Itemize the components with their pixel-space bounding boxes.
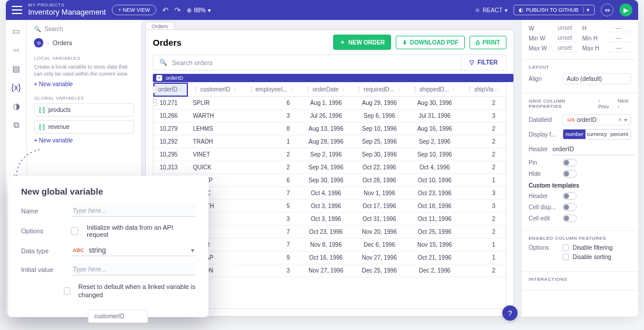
minh-value[interactable]: — bbox=[606, 35, 632, 42]
minw-value[interactable]: unset bbox=[552, 35, 578, 42]
pages-icon[interactable]: ▭ bbox=[11, 26, 22, 36]
variables-icon[interactable]: {x} bbox=[11, 82, 22, 93]
table-row[interactable]: 10,266WARTH3Jul 26, 1996Sep 6, 1996Jul 3… bbox=[153, 110, 506, 123]
chevron-down-icon: ▾ bbox=[191, 246, 194, 254]
add-col-button[interactable]: + bbox=[153, 86, 156, 93]
share-button[interactable]: ⇔ bbox=[601, 4, 614, 16]
framework-selector[interactable]: ⚛ REACT ▾ bbox=[475, 7, 508, 13]
maxw-value[interactable]: unset bbox=[552, 45, 578, 52]
add-row-button[interactable]: + bbox=[153, 99, 157, 106]
footer-variable-chip[interactable]: customerID bbox=[88, 309, 148, 323]
w-value[interactable]: unset bbox=[552, 25, 578, 32]
prev-col-button[interactable]: ‹ Prev bbox=[598, 98, 612, 110]
chevron-right-icon: › bbox=[47, 39, 49, 46]
new-order-label: NEW ORDER bbox=[348, 39, 385, 46]
themes-icon[interactable]: ◑ bbox=[11, 101, 22, 111]
initial-input[interactable] bbox=[71, 263, 196, 275]
name-input[interactable] bbox=[71, 205, 196, 217]
maxh-value[interactable]: — bbox=[606, 45, 632, 52]
align-label: Align bbox=[529, 76, 559, 82]
seg-number[interactable]: number bbox=[563, 130, 585, 139]
h-label: H bbox=[583, 25, 601, 32]
global-var-chip[interactable]: [·]revenue bbox=[34, 120, 134, 134]
datafield-label: Datafield bbox=[529, 117, 559, 123]
data-icon[interactable]: ▤ bbox=[11, 63, 22, 74]
reset-checkbox[interactable] bbox=[64, 287, 70, 295]
celldisp-toggle[interactable] bbox=[563, 203, 577, 211]
clear-icon[interactable]: × bbox=[618, 117, 622, 123]
pin-toggle[interactable] bbox=[563, 159, 577, 166]
selection-tag[interactable]: +orderID bbox=[153, 74, 513, 82]
new-global-variable-link[interactable]: + New variable bbox=[34, 137, 73, 144]
breadcrumb-label: Orders bbox=[53, 39, 73, 46]
celledit-label: Cell edit bbox=[529, 215, 559, 222]
components-icon[interactable]: ▫▫ bbox=[11, 45, 22, 55]
page-title: Orders bbox=[153, 38, 328, 47]
zoom-control[interactable]: ⊕ 88% ▾ bbox=[187, 7, 211, 13]
table-row[interactable]: 10,279LEHMS8Aug 13, 1996Sep 10, 1996Aug … bbox=[153, 123, 506, 135]
global-var-chip[interactable]: [·]products bbox=[34, 103, 134, 117]
redo-icon[interactable]: ↷ bbox=[174, 6, 181, 15]
display-format-segmented[interactable]: numbercurrencypercent bbox=[563, 129, 631, 140]
play-button[interactable]: ▶ bbox=[619, 4, 632, 16]
filter-label: FILTER bbox=[478, 59, 498, 66]
publish-github-button[interactable]: ◐ PUBLISH TO GITHUB ▾ bbox=[513, 5, 595, 15]
datafield-input[interactable]: 123orderID×▾ bbox=[563, 114, 631, 125]
new-view-button[interactable]: + NEW VIEW bbox=[112, 5, 156, 15]
disable-sorting-checkbox[interactable] bbox=[563, 254, 569, 260]
disable-filtering-label: Disable filtering bbox=[573, 244, 612, 251]
header-input[interactable] bbox=[551, 143, 635, 155]
filter-button[interactable]: ▽ FILTER bbox=[461, 55, 506, 70]
table-row[interactable]: 10,292TRADH1Aug 28, 1996Sep 25, 1996Sep … bbox=[153, 135, 506, 148]
interactions-title: INTERACTIONS bbox=[529, 277, 631, 282]
hamburger-menu-icon[interactable] bbox=[12, 6, 22, 14]
download-icon: ⬇ bbox=[402, 39, 407, 46]
react-icon: ⚛ bbox=[475, 7, 480, 13]
seg-percent[interactable]: percent bbox=[608, 130, 631, 139]
table-row[interactable]: 10,271SPLIR6Aug 1, 1996Aug 29, 1996Aug 3… bbox=[153, 97, 506, 110]
col-customerID[interactable]: ⋮ customerID ↑ bbox=[188, 83, 243, 97]
celledit-toggle[interactable] bbox=[563, 215, 577, 222]
initial-label: Initial value bbox=[21, 266, 63, 273]
api-init-checkbox[interactable] bbox=[71, 227, 78, 235]
table-row[interactable]: 10,295VINET2Sep 2, 1996Sep 30, 1996Sep 1… bbox=[153, 148, 506, 161]
new-order-button[interactable]: ＋NEW ORDER bbox=[333, 35, 391, 50]
seg-currency[interactable]: currency bbox=[585, 130, 608, 139]
datatype-select[interactable]: ABCstring▾ bbox=[71, 245, 196, 256]
grid-col-props-title: GRID COLUMN PROPERTIES bbox=[529, 98, 598, 109]
project-eyebrow: MY PROJECTS bbox=[28, 3, 106, 8]
col-orderID[interactable]: +orderID↑ bbox=[153, 83, 188, 97]
breadcrumb[interactable]: ◎ › Orders bbox=[34, 38, 134, 47]
col-shipVia[interactable]: ⋮ shipVia ↑ bbox=[462, 83, 506, 97]
pin-label: Pin bbox=[529, 159, 559, 166]
header-tmpl-toggle[interactable] bbox=[563, 192, 577, 200]
col-orderDate[interactable]: ⋮ orderDate ↑ bbox=[300, 83, 351, 97]
chevron-down-icon[interactable]: ▾ bbox=[624, 117, 627, 123]
disable-filtering-checkbox[interactable] bbox=[563, 244, 569, 251]
header-tmpl-label: Header bbox=[529, 193, 559, 199]
plus-icon: ＋ bbox=[340, 38, 345, 46]
align-select[interactable]: Auto (default) bbox=[563, 73, 631, 84]
framework-label: REACT bbox=[482, 7, 502, 13]
new-local-variable-link[interactable]: + New variable bbox=[34, 81, 73, 87]
zoom-value: 88% bbox=[194, 7, 205, 13]
table-row[interactable]: 10,313QUICK2Sep 24, 1996Oct 22, 1996Oct … bbox=[153, 161, 506, 174]
grid-search[interactable]: 🔍 Search orders bbox=[153, 55, 461, 70]
col-requiredD...[interactable]: ⋮ requiredD... ↑ bbox=[351, 83, 407, 97]
zoom-icon: ⊕ bbox=[187, 7, 191, 13]
undo-icon[interactable]: ↶ bbox=[162, 6, 169, 15]
sidebar-search[interactable]: 🔍 Search bbox=[34, 26, 134, 32]
download-pdf-button[interactable]: ⬇DOWNLOAD PDF bbox=[396, 36, 465, 49]
local-vars-label: LOCAL VARIABLES bbox=[34, 56, 134, 61]
hide-toggle[interactable] bbox=[563, 170, 577, 178]
next-col-button[interactable]: Next › bbox=[618, 98, 631, 110]
help-button[interactable]: ? bbox=[502, 305, 518, 321]
h-value[interactable]: — bbox=[606, 25, 632, 32]
celldisp-label: Cell disp... bbox=[529, 204, 559, 210]
col-employeeI...[interactable]: ⋮ employeeI... ↑ bbox=[244, 83, 301, 97]
project-block: MY PROJECTS Inventory Management bbox=[28, 3, 106, 16]
api-icon[interactable]: ⧉ bbox=[11, 120, 22, 130]
col-shippedD...[interactable]: ⋮ shippedD... ↑ bbox=[407, 83, 463, 97]
reset-label: Reset to default when a linked variable … bbox=[78, 283, 196, 300]
print-button[interactable]: ⎙PRINT bbox=[470, 36, 506, 49]
